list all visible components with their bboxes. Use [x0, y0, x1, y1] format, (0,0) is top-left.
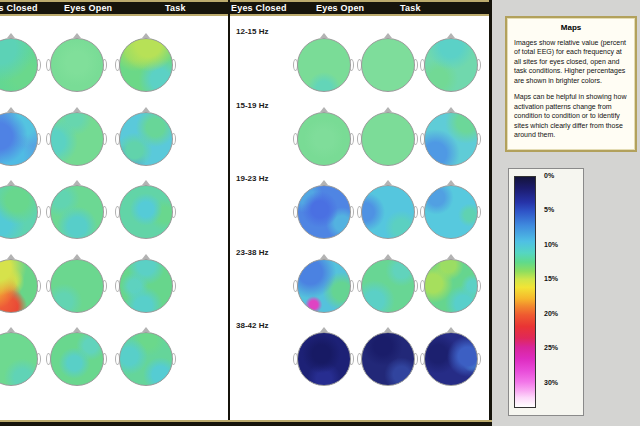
- head-map-mid-r0c1: [361, 38, 415, 92]
- column-header-left-eyes-open: Eyes Open: [64, 3, 112, 13]
- head-map-left-r2c1: [50, 185, 104, 239]
- head-map-mid-r3c0: [297, 259, 351, 313]
- frequency-band-label: 12-15 Hz: [236, 27, 268, 36]
- eeg-maps-report-screen: Eyes Closed Eyes Open Task Eyes Closed E…: [0, 0, 640, 426]
- legend-tick-label: 5%: [544, 206, 554, 213]
- head-map-mid-r2c2: [424, 185, 478, 239]
- head-map-left-r0c0: [0, 38, 38, 92]
- head-map-mid-r3c2: [424, 259, 478, 313]
- legend-tick-label: 25%: [544, 344, 558, 351]
- column-header-left-task: Task: [165, 3, 186, 13]
- info-box-title: Maps: [514, 23, 628, 32]
- bottom-border-bar: [0, 420, 492, 426]
- head-map-left-r3c2: [119, 259, 173, 313]
- column-header-mid-eyes-closed: Eyes Closed: [231, 3, 287, 13]
- column-header-left-eyes-closed: Eyes Closed: [0, 3, 38, 13]
- head-map-left-r2c0: [0, 185, 38, 239]
- head-map-mid-r4c0: [297, 332, 351, 386]
- info-paragraph-2: Maps can be helpful in showing how activ…: [514, 92, 628, 139]
- head-map-left-r1c0: [0, 112, 38, 166]
- frequency-band-label: 15-19 Hz: [236, 101, 268, 110]
- maps-info-box: Maps Images show relative value (percent…: [505, 16, 637, 152]
- legend-tick-label: 30%: [544, 379, 558, 386]
- frequency-band-label: 19-23 Hz: [236, 174, 268, 183]
- column-header-bar: Eyes Closed Eyes Open Task Eyes Closed E…: [0, 0, 492, 16]
- section-divider-line: [228, 0, 230, 420]
- info-paragraph-1: Images show relative value (percent of t…: [514, 38, 628, 85]
- head-map-left-r4c1: [50, 332, 104, 386]
- column-header-mid-task: Task: [400, 3, 421, 13]
- frequency-band-label: 38-42 Hz: [236, 321, 268, 330]
- head-map-left-r3c0: [0, 259, 38, 313]
- head-map-left-r3c1: [50, 259, 104, 313]
- legend-tick-label: 20%: [544, 310, 558, 317]
- head-map-mid-r0c2: [424, 38, 478, 92]
- map-area-right-edge: [489, 0, 492, 426]
- head-map-mid-r1c0: [297, 112, 351, 166]
- head-map-mid-r2c1: [361, 185, 415, 239]
- head-map-mid-r0c0: [297, 38, 351, 92]
- head-map-mid-r1c1: [361, 112, 415, 166]
- legend-tick-label: 0%: [544, 172, 554, 179]
- head-map-left-r4c0: [0, 332, 38, 386]
- frequency-band-label: 23-38 Hz: [236, 248, 268, 257]
- head-map-mid-r1c2: [424, 112, 478, 166]
- head-map-mid-r4c2: [424, 332, 478, 386]
- head-map-left-r2c2: [119, 185, 173, 239]
- head-map-left-r1c2: [119, 112, 173, 166]
- legend-gradient-bar: [514, 176, 536, 408]
- head-map-mid-r4c1: [361, 332, 415, 386]
- head-map-left-r4c2: [119, 332, 173, 386]
- head-map-mid-r3c1: [361, 259, 415, 313]
- legend-tick-label: 10%: [544, 241, 558, 248]
- head-map-mid-r2c0: [297, 185, 351, 239]
- head-map-left-r0c2: [119, 38, 173, 92]
- legend-tick-label: 15%: [544, 275, 558, 282]
- head-map-left-r0c1: [50, 38, 104, 92]
- column-header-mid-eyes-open: Eyes Open: [316, 3, 364, 13]
- head-map-left-r1c1: [50, 112, 104, 166]
